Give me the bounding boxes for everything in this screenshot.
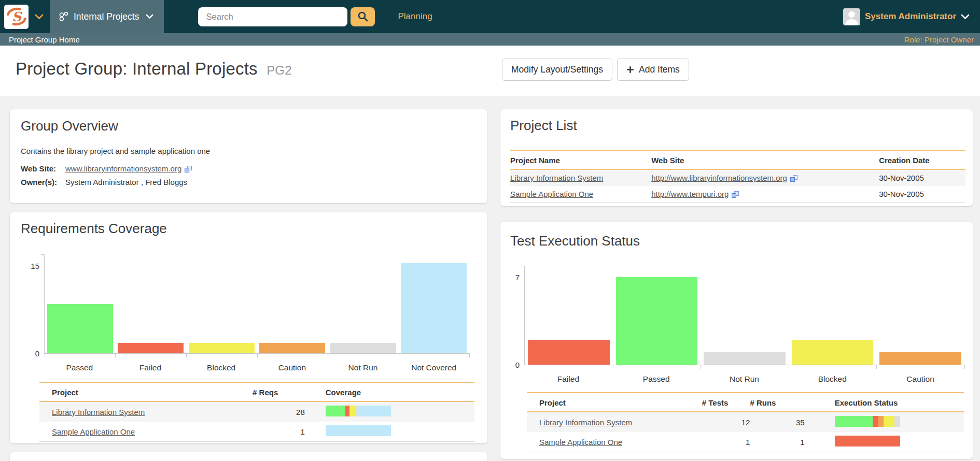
panel-title: Test Execution Status xyxy=(500,222,973,249)
x-axis-label: Not Covered xyxy=(398,363,469,372)
table-header-row: Project # Reqs Coverage xyxy=(39,382,474,401)
column-header: Execution Status xyxy=(805,393,964,412)
project-list-panel: Project List Project Name Web Site Creat… xyxy=(500,109,973,206)
panel-title: Requirements Coverage xyxy=(10,212,487,237)
project-link[interactable]: Library Information System xyxy=(539,418,632,427)
user-avatar[interactable] xyxy=(843,8,860,25)
run-count: 35 xyxy=(750,412,804,432)
modify-layout-button[interactable]: Modify Layout/Settings xyxy=(502,59,612,81)
run-count: 1 xyxy=(750,432,804,452)
chevron-down-icon[interactable] xyxy=(961,14,970,20)
x-axis-label: Not Run xyxy=(328,363,399,372)
table-row: Library Information System 12 35 xyxy=(527,412,964,432)
requirements-coverage-chart: PassedFailedBlockedCautionNot RunNot Cov… xyxy=(23,250,469,373)
website-link[interactable]: http://www.tempuri.org xyxy=(651,190,729,198)
status-segment xyxy=(358,406,390,416)
x-axis-label: Blocked xyxy=(788,374,876,384)
topbar: S Internal Projects Planning System Admi… xyxy=(0,0,980,33)
x-axis-tick xyxy=(45,353,45,357)
x-axis-tick xyxy=(469,353,470,357)
page-title: Project Group: Internal Projects xyxy=(16,59,258,78)
chevron-down-icon[interactable] xyxy=(35,14,44,20)
user-menu[interactable]: System Administrator xyxy=(865,11,956,22)
x-axis-label: Blocked xyxy=(186,363,257,372)
y-axis-label: 15 xyxy=(23,262,39,271)
x-axis-tick xyxy=(525,365,525,369)
role-label: Role: Project Owner xyxy=(904,35,974,44)
open-url-icon[interactable] xyxy=(732,191,739,198)
table-row: Sample Application One http://www.tempur… xyxy=(510,186,965,203)
creation-date: 30-Nov-2005 xyxy=(879,169,965,186)
svg-text:S: S xyxy=(11,9,22,24)
bar-failed[interactable] xyxy=(118,343,184,353)
execution-status-bar xyxy=(835,416,900,427)
project-link[interactable]: Library Information System xyxy=(52,408,145,416)
workspace-selector[interactable]: Internal Projects xyxy=(50,0,164,33)
nav-planning[interactable]: Planning xyxy=(398,11,432,22)
bar-blocked[interactable] xyxy=(189,343,255,353)
bar-passed[interactable] xyxy=(47,304,113,354)
column-header: # Tests xyxy=(702,393,750,412)
workspace-label: Internal Projects xyxy=(74,11,139,22)
project-list-table: Project Name Web Site Creation Date Libr… xyxy=(510,150,965,203)
chart-plot-area xyxy=(44,254,469,354)
table-row: Library Information System http://www.li… xyxy=(510,169,965,186)
left-column: Group Overview Contains the library proj… xyxy=(10,109,487,461)
add-items-label: Add Items xyxy=(639,64,680,75)
status-segment xyxy=(894,416,900,427)
bar-not-run[interactable] xyxy=(330,343,396,353)
right-column: Project List Project Name Web Site Creat… xyxy=(500,109,973,459)
status-segment xyxy=(345,406,349,416)
x-axis-label: Caution xyxy=(876,374,964,384)
bar-caution[interactable] xyxy=(259,343,325,353)
bar-passed[interactable] xyxy=(616,277,698,365)
app-logo[interactable]: S xyxy=(4,5,29,29)
group-description: Contains the library project and sample … xyxy=(21,147,487,155)
add-items-button[interactable]: Add Items xyxy=(617,59,689,81)
modify-layout-label: Modify Layout/Settings xyxy=(511,64,603,75)
person-icon xyxy=(843,8,860,25)
bar-blocked[interactable] xyxy=(792,340,874,365)
chart-plot-area xyxy=(524,266,964,365)
table-row: Sample Application One 1 1 xyxy=(527,432,964,452)
x-axis-label: Not Run xyxy=(701,374,789,384)
bar-caution[interactable] xyxy=(879,352,961,365)
spira-logo-icon: S xyxy=(6,6,27,27)
status-segment xyxy=(835,436,900,446)
project-group-icon xyxy=(58,11,69,22)
open-url-icon[interactable] xyxy=(790,175,798,182)
y-axis-label: 0 xyxy=(23,349,39,358)
status-segment xyxy=(326,406,345,416)
owners-label: Owner(s): xyxy=(21,178,65,186)
search-input[interactable] xyxy=(198,7,347,26)
website-label: Web Site: xyxy=(21,164,65,173)
project-link[interactable]: Sample Application One xyxy=(52,427,135,436)
status-segment xyxy=(878,416,884,427)
plus-icon xyxy=(626,66,634,74)
website-link[interactable]: http://www.libraryinformationsystem.org xyxy=(651,174,787,182)
column-header: # Reqs xyxy=(253,382,305,401)
bar-failed[interactable] xyxy=(528,340,610,365)
x-axis-tick xyxy=(186,353,187,357)
project-link[interactable]: Sample Application One xyxy=(510,190,593,198)
open-url-icon[interactable] xyxy=(185,166,192,172)
breadcrumb[interactable]: Project Group Home xyxy=(9,35,80,44)
x-axis-label: Failed xyxy=(115,363,186,372)
x-axis-label: Passed xyxy=(44,363,115,372)
status-strip: Project Group Home Role: Project Owner xyxy=(0,33,980,46)
bar-not-run[interactable] xyxy=(704,352,786,365)
x-axis-tick xyxy=(257,353,258,357)
page: { "topbar": { "workspace_label": "Intern… xyxy=(0,0,980,461)
column-header: Project Name xyxy=(510,150,651,169)
x-axis-label: Passed xyxy=(612,374,701,384)
x-axis-tick xyxy=(964,365,965,369)
status-segment xyxy=(835,416,873,427)
x-axis-label: Failed xyxy=(524,374,612,384)
search-icon xyxy=(357,11,369,22)
status-segment xyxy=(349,406,356,416)
project-link[interactable]: Sample Application One xyxy=(539,438,622,446)
website-link[interactable]: www.libraryinformationsystem.org xyxy=(65,164,181,173)
search-button[interactable] xyxy=(351,7,375,26)
project-link[interactable]: Library Information System xyxy=(510,174,603,182)
bar-not-covered[interactable] xyxy=(401,263,467,353)
